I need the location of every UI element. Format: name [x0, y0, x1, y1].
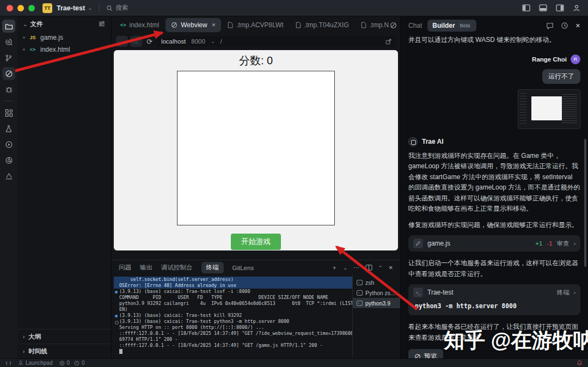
chevron-down-icon[interactable]: ⌄ — [23, 21, 27, 27]
panel-tab-gitlens[interactable]: GitLens — [232, 265, 254, 271]
chevron-down-icon[interactable]: ⌄ — [88, 5, 92, 11]
review-button[interactable]: 审查 — [557, 240, 569, 248]
terminal-session-python-zsh[interactable]: >_ Python zs... — [353, 288, 400, 298]
tab-label: .tmp.T04uZXIG — [304, 21, 349, 29]
refresh-button[interactable]: ⟳ — [146, 38, 152, 46]
close-panel-icon[interactable]: ✕ — [575, 22, 580, 29]
history-icon[interactable] — [561, 22, 568, 29]
tab-index-html[interactable]: <> index.html — [115, 18, 164, 32]
attached-screenshot-thumbnail[interactable] — [518, 89, 580, 129]
maximize-panel-icon[interactable]: ⌃ — [378, 265, 383, 271]
start-game-button[interactable]: 开始游戏 — [231, 234, 281, 250]
activity-source-control[interactable] — [2, 51, 15, 64]
window-close-button[interactable] — [7, 5, 13, 11]
avatar[interactable]: R — [571, 54, 580, 64]
editor-group: <> index.html Webview ✕ .tmp.ACVP8LWt .t… — [112, 16, 400, 358]
terminal-session-python39[interactable]: >_ python3.9 — [353, 298, 400, 308]
terminal-output[interactable]: self.socket.bind(self.server_address) OS… — [112, 275, 352, 358]
toggle-bottom-panel-icon[interactable] — [539, 4, 547, 11]
activity-debug[interactable] — [2, 83, 15, 96]
remote-indicator[interactable] — [5, 360, 11, 366]
terminal-list: >_ zsh >_ Python zs... >_ python3.9 — [352, 275, 400, 358]
close-panel-icon[interactable]: ✕ — [389, 265, 393, 271]
activity-webview[interactable] — [2, 67, 15, 80]
user-name: Range Choi — [532, 56, 567, 63]
panel-tab-output[interactable]: 输出 — [140, 264, 152, 272]
global-search-button[interactable]: 搜索 — [106, 4, 128, 12]
terminal-icon: >_ — [357, 301, 363, 306]
file-change-card[interactable]: game.js +1 -1 审查 › — [408, 235, 580, 252]
back-button[interactable]: ← — [116, 36, 128, 47]
explorer-header-label: 文件 — [30, 20, 42, 28]
js-file-icon: JS — [28, 35, 37, 40]
account-icon[interactable] — [573, 4, 580, 12]
webview-content: 分数: 0 开始游戏 — [114, 50, 398, 250]
panel-tab-debug-console[interactable]: 调试控制台 — [161, 264, 193, 272]
outline-section[interactable]: › 大纲 — [17, 329, 111, 344]
chevron-right-icon: › — [574, 290, 575, 296]
panel-tab-terminal[interactable]: 终端 — [201, 262, 224, 273]
tab-tmp-2[interactable]: .tmp.T04uZXIG — [290, 18, 354, 32]
url-host: localhost — [161, 38, 186, 45]
toggle-left-sidebar-icon[interactable] — [522, 4, 530, 11]
thumb-sidebar — [520, 93, 526, 126]
open-terminal-button[interactable]: 终端 — [557, 289, 569, 297]
tab-label: Webview — [181, 21, 207, 29]
editor-tabbar: <> index.html Webview ✕ .tmp.ACVP8LWt .t… — [112, 16, 400, 34]
terminal-session-label: Python zs... — [365, 290, 395, 296]
modified-dot — [23, 48, 25, 51]
panel-tab-problems[interactable]: 问题 — [119, 264, 131, 272]
notification-bell-icon[interactable] — [577, 360, 583, 366]
window-minimize-button[interactable] — [17, 5, 24, 11]
timeline-section[interactable]: › 时间线 — [17, 344, 111, 358]
activity-test[interactable] — [2, 122, 15, 135]
activity-search[interactable] — [2, 35, 15, 48]
webview-toolbar: ← → ⟳ localhost 8000 ⌄ / — [114, 34, 398, 49]
deploy-icon — [5, 172, 13, 180]
bug-icon — [5, 85, 13, 94]
terminal-session-zsh[interactable]: >_ zsh — [353, 277, 400, 288]
tab-webview[interactable]: Webview ✕ — [166, 18, 221, 32]
more-actions-icon[interactable]: ⋯ — [353, 264, 359, 271]
tab-tmp-1[interactable]: .tmp.ACVP8LWt — [222, 18, 289, 32]
terminal-line: ::ffff:127.0.0.1 - - [18/Feb/2025 14:37:… — [114, 331, 352, 337]
file-item-gamejs[interactable]: JS game.js — [17, 32, 111, 44]
tab-builder[interactable]: Builder Beta — [427, 20, 476, 32]
close-icon[interactable]: ✕ — [212, 22, 216, 28]
forward-button[interactable]: → — [130, 36, 142, 47]
webview-nav-icon[interactable] — [390, 22, 397, 29]
activity-remote[interactable] — [2, 154, 15, 167]
scrollbar[interactable] — [584, 139, 586, 267]
lines-removed: -1 — [547, 240, 552, 247]
chevron-down-icon[interactable]: ⌄ — [211, 39, 215, 44]
activity-deploy[interactable] — [2, 169, 15, 182]
open-external-icon[interactable] — [385, 39, 391, 45]
tab-chat[interactable]: Chat — [408, 22, 422, 29]
tab-label: .tmp.N — [370, 21, 389, 29]
view-options-icon[interactable] — [98, 21, 106, 27]
git-branch-icon — [5, 54, 13, 62]
terminal-command-card[interactable]: >_ Trae-test 终端 › python3 -m http.server… — [408, 284, 580, 315]
problems-indicator[interactable]: 0 0 — [59, 360, 85, 366]
new-chat-icon[interactable] — [546, 22, 554, 29]
url-port: 8000 — [191, 38, 205, 45]
outline-label: 大纲 — [28, 333, 41, 341]
file-icon — [361, 22, 366, 28]
game-canvas[interactable] — [177, 71, 335, 225]
terminal-line: (3.9.13) (base) caicai: Trae-test python… — [114, 319, 352, 325]
new-terminal-icon[interactable]: ＋ — [332, 264, 338, 272]
launchpad-button[interactable]: Launchpad — [18, 360, 53, 366]
user-message-bubble: 运行不了 — [542, 69, 580, 84]
activity-explorer[interactable] — [2, 20, 15, 33]
activity-run[interactable] — [2, 138, 15, 151]
split-terminal-icon[interactable] — [365, 265, 372, 271]
chevron-down-icon[interactable]: ⌄ — [344, 265, 348, 271]
url-bar[interactable]: localhost 8000 ⌄ / — [157, 36, 396, 47]
toggle-right-sidebar-icon[interactable] — [556, 4, 564, 11]
file-item-indexhtml[interactable]: <> index.html — [17, 44, 111, 56]
activity-extensions[interactable] — [2, 106, 15, 119]
tab-tmp-3[interactable]: .tmp.N — [356, 18, 389, 32]
workspace-title[interactable]: Trae-test — [57, 4, 85, 12]
window-zoom-button[interactable] — [28, 5, 35, 11]
folder-icon — [5, 23, 13, 30]
